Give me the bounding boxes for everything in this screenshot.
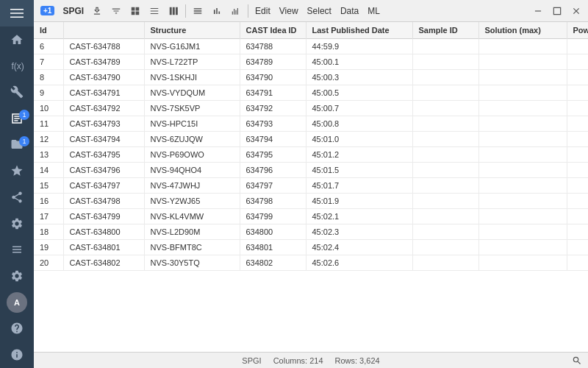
column-view-button[interactable] <box>165 3 182 19</box>
sidebar-item-menu[interactable] <box>0 0 34 26</box>
edit-menu-button[interactable]: Edit <box>251 3 274 19</box>
table-row[interactable]: 20CAST-634802NVS-30Y5TQ63480245:02.6 <box>34 255 588 271</box>
chart-button[interactable] <box>208 3 226 19</box>
sidebar-item-settings[interactable] <box>0 210 34 237</box>
cell-3: 634796 <box>240 163 306 178</box>
svg-rect-2 <box>10 16 24 18</box>
sidebar-item-formula[interactable]: f(x) <box>0 52 34 79</box>
table-row[interactable]: 13CAST-634795NVS-P69OWO63479545:01.2 <box>34 147 588 163</box>
cell-5 <box>412 132 478 147</box>
search-icon[interactable] <box>572 355 582 366</box>
sidebar-item-help[interactable] <box>0 316 34 342</box>
minimize-button[interactable] <box>529 3 547 19</box>
cell-7 <box>567 147 588 163</box>
sidebar-item-config[interactable] <box>0 263 34 289</box>
col-header-solution[interactable]: Solution (max) <box>478 22 567 39</box>
cell-6 <box>478 240 567 255</box>
cell-5 <box>412 85 478 101</box>
cell-5 <box>412 163 478 178</box>
cell-2: NVS-94QHO4 <box>144 163 240 178</box>
table-row[interactable]: 17CAST-634799NVS-KL4VMW63479945:02.1 <box>34 209 588 224</box>
cell-3: 634789 <box>240 54 306 70</box>
table-header-row: Id Structure CAST Idea ID Last Published… <box>34 22 588 39</box>
cell-3: 634795 <box>240 147 306 163</box>
sidebar-item-info[interactable] <box>0 342 34 368</box>
maximize-button[interactable] <box>548 3 566 19</box>
cell-0: 6 <box>34 39 63 54</box>
ml-menu-button[interactable]: ML <box>364 3 384 19</box>
cell-5 <box>412 240 478 255</box>
row-view-button[interactable] <box>189 3 207 19</box>
table-row[interactable]: 10CAST-634792NVS-7SK5VP63479245:00.7 <box>34 101 588 116</box>
cell-7 <box>567 70 588 85</box>
cell-4: 45:02.6 <box>306 255 412 271</box>
cell-7 <box>567 255 588 271</box>
select-menu-button[interactable]: Select <box>304 3 335 19</box>
cell-3: 634800 <box>240 224 306 240</box>
table-row[interactable]: 7CAST-634789NVS-L722TP63478945:00.1 <box>34 54 588 70</box>
sidebar-item-star[interactable] <box>0 158 34 184</box>
badge-button[interactable]: +1 <box>37 3 58 19</box>
table-row[interactable]: 11CAST-634793NVS-HPC15I63479345:00.8 <box>34 116 588 132</box>
filter-button[interactable] <box>107 3 125 19</box>
sidebar-item-avatar[interactable]: A <box>0 289 34 316</box>
select-label: Select <box>307 6 331 16</box>
view-menu-button[interactable]: View <box>276 3 302 19</box>
data-label: Data <box>340 6 359 16</box>
bar-chart-button[interactable] <box>227 3 245 19</box>
close-button[interactable] <box>567 3 585 19</box>
col-header-lpd[interactable]: Last Published Date <box>306 22 412 39</box>
table-row[interactable]: 19CAST-634801NVS-BFMT8C63480145:02.4 <box>34 240 588 255</box>
table-row[interactable]: 16CAST-634798NVS-Y2WJ6563479845:01.9 <box>34 194 588 209</box>
sidebar-item-folder[interactable]: 1 <box>0 132 34 158</box>
sidebar-item-table[interactable]: 1 <box>0 105 34 132</box>
sidebar-item-tools[interactable] <box>0 79 34 105</box>
cell-2: NVS-G16JM1 <box>144 39 240 54</box>
table-row[interactable]: 15CAST-634797NVS-47JWHJ63479745:01.7 <box>34 178 588 194</box>
cell-6 <box>478 194 567 209</box>
cell-5 <box>412 178 478 194</box>
table-row[interactable]: 12CAST-634794NVS-6ZUJQW63479445:01.0 <box>34 132 588 147</box>
sidebar-item-home[interactable] <box>0 26 34 53</box>
table-row[interactable]: 18CAST-634800NVS-L2D90M63480045:02.3 <box>34 224 588 240</box>
table-row[interactable]: 14CAST-634796NVS-94QHO463479645:01.5 <box>34 163 588 178</box>
sidebar-item-view[interactable] <box>0 236 34 263</box>
cell-7 <box>567 85 588 101</box>
cell-7 <box>567 54 588 70</box>
cell-1: CAST-634793 <box>63 116 144 132</box>
cell-4: 45:00.5 <box>306 85 412 101</box>
data-table-container[interactable]: Id Structure CAST Idea ID Last Published… <box>34 22 588 352</box>
cell-5 <box>412 116 478 132</box>
cell-1: CAST-634798 <box>63 194 144 209</box>
table-row[interactable]: 9CAST-634791NVS-VYDQUM63479145:00.5 <box>34 85 588 101</box>
list-view-button[interactable] <box>146 3 163 19</box>
edit-label: Edit <box>255 6 270 16</box>
cell-1: CAST-634797 <box>63 178 144 194</box>
cell-2: NVS-HPC15I <box>144 116 240 132</box>
cell-7 <box>567 116 588 132</box>
col-header-structure[interactable]: Structure <box>144 22 240 39</box>
cell-6 <box>478 147 567 163</box>
col-header-castid[interactable]: CAST Idea ID <box>240 22 306 39</box>
cell-1: CAST-634795 <box>63 147 144 163</box>
table-row[interactable]: 6CAST-634788NVS-G16JM163478844:59.9 <box>34 39 588 54</box>
table-row[interactable]: 8CAST-634790NVS-1SKHJI63479045:00.3 <box>34 70 588 85</box>
cell-2: NVS-7SK5VP <box>144 101 240 116</box>
download-button[interactable] <box>88 3 106 19</box>
sidebar-item-share[interactable] <box>0 184 34 210</box>
cell-3: 634798 <box>240 194 306 209</box>
cell-6 <box>478 178 567 194</box>
data-menu-button[interactable]: Data <box>337 3 362 19</box>
cell-4: 44:59.9 <box>306 39 412 54</box>
cell-0: 18 <box>34 224 63 240</box>
cell-7 <box>567 224 588 240</box>
col-header-id[interactable]: Id <box>34 22 63 39</box>
cell-7 <box>567 101 588 116</box>
grid-view-button[interactable] <box>126 3 144 19</box>
cell-0: 11 <box>34 116 63 132</box>
cell-2: NVS-L722TP <box>144 54 240 70</box>
col-header-cast[interactable] <box>63 22 144 39</box>
col-header-powder[interactable]: Powder (m <box>567 22 588 39</box>
col-header-sampleid[interactable]: Sample ID <box>412 22 478 39</box>
cell-4: 45:00.3 <box>306 70 412 85</box>
